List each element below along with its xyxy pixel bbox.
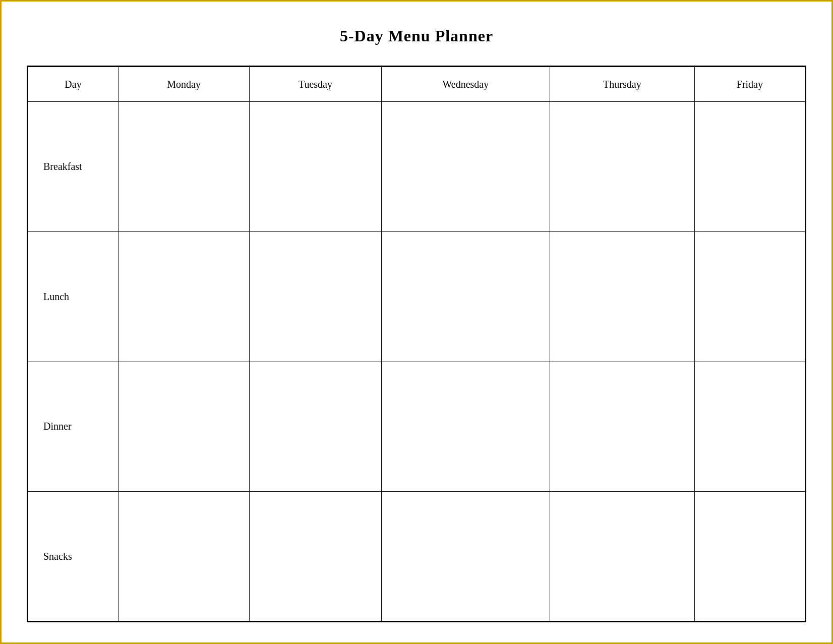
cell-dinner-tuesday[interactable] xyxy=(250,362,381,492)
cell-snacks-tuesday[interactable] xyxy=(250,492,381,622)
cell-dinner-friday[interactable] xyxy=(694,362,805,492)
planner-table: Day Monday Tuesday Wednesday Thursday Fr… xyxy=(27,66,806,622)
cell-lunch-tuesday[interactable] xyxy=(250,231,381,362)
cell-dinner-monday[interactable] xyxy=(118,362,250,492)
row-breakfast: Breakfast xyxy=(28,102,806,232)
cell-snacks-friday[interactable] xyxy=(694,492,805,622)
label-breakfast: Breakfast xyxy=(28,102,118,232)
label-lunch: Lunch xyxy=(28,231,118,362)
header-day: Day xyxy=(28,67,118,102)
cell-dinner-thursday[interactable] xyxy=(550,362,695,492)
cell-snacks-wednesday[interactable] xyxy=(381,492,550,622)
cell-lunch-thursday[interactable] xyxy=(550,231,695,362)
cell-snacks-monday[interactable] xyxy=(118,492,250,622)
header-thursday: Thursday xyxy=(550,67,695,102)
page-title: 5-Day Menu Planner xyxy=(340,27,493,45)
header-monday: Monday xyxy=(118,67,250,102)
cell-lunch-wednesday[interactable] xyxy=(381,231,550,362)
header-friday: Friday xyxy=(694,67,805,102)
cell-breakfast-tuesday[interactable] xyxy=(250,102,381,232)
cell-breakfast-wednesday[interactable] xyxy=(381,102,550,232)
header-wednesday: Wednesday xyxy=(381,67,550,102)
cell-breakfast-thursday[interactable] xyxy=(550,102,695,232)
cell-dinner-wednesday[interactable] xyxy=(381,362,550,492)
cell-snacks-thursday[interactable] xyxy=(550,492,695,622)
row-dinner: Dinner xyxy=(28,362,806,492)
label-snacks: Snacks xyxy=(28,492,118,622)
header-row: Day Monday Tuesday Wednesday Thursday Fr… xyxy=(28,67,806,102)
cell-lunch-monday[interactable] xyxy=(118,231,250,362)
cell-breakfast-friday[interactable] xyxy=(694,102,805,232)
label-dinner: Dinner xyxy=(28,362,118,492)
cell-lunch-friday[interactable] xyxy=(694,231,805,362)
cell-breakfast-monday[interactable] xyxy=(118,102,250,232)
row-snacks: Snacks xyxy=(28,492,806,622)
row-lunch: Lunch xyxy=(28,231,806,362)
header-tuesday: Tuesday xyxy=(250,67,381,102)
